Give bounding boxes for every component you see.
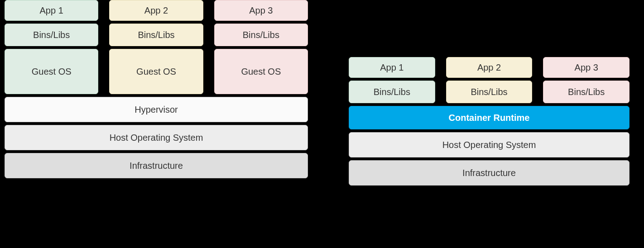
vm-bins-3: Bins/Libs bbox=[214, 24, 308, 46]
container-app-2: App 2 bbox=[446, 57, 533, 78]
container-bins-3: Bins/Libs bbox=[543, 81, 630, 103]
vm-host-os-layer: Host Operating System bbox=[5, 125, 308, 150]
vm-app-3: App 3 bbox=[214, 0, 308, 21]
vm-guest-os-3: Guest OS bbox=[214, 49, 308, 94]
vm-guest-os-2: Guest OS bbox=[109, 49, 203, 94]
container-app-3: App 3 bbox=[543, 57, 630, 78]
vm-app-1: App 1 bbox=[5, 0, 98, 21]
vm-bins-2: Bins/Libs bbox=[109, 24, 203, 46]
container-architecture-diagram: App 1 App 2 App 3 Bins/Libs Bins/Libs Bi… bbox=[349, 57, 630, 248]
vm-app-2: App 2 bbox=[109, 0, 203, 21]
container-bins-row: Bins/Libs Bins/Libs Bins/Libs bbox=[349, 81, 630, 103]
container-runtime-layer: Container Runtime bbox=[349, 106, 630, 129]
container-bins-1: Bins/Libs bbox=[349, 81, 435, 103]
container-bins-2: Bins/Libs bbox=[446, 81, 533, 103]
vm-bins-row: Bins/Libs Bins/Libs Bins/Libs bbox=[5, 24, 308, 46]
vm-bins-1: Bins/Libs bbox=[5, 24, 98, 46]
vm-guest-os-1: Guest OS bbox=[5, 49, 98, 94]
container-app-row: App 1 App 2 App 3 bbox=[349, 57, 630, 78]
vm-architecture-diagram: App 1 App 2 App 3 Bins/Libs Bins/Libs Bi… bbox=[5, 0, 308, 248]
container-app-1: App 1 bbox=[349, 57, 435, 78]
vm-guest-row: Guest OS Guest OS Guest OS bbox=[5, 49, 308, 94]
container-host-os-layer: Host Operating System bbox=[349, 132, 630, 157]
vm-app-row: App 1 App 2 App 3 bbox=[5, 0, 308, 21]
container-infrastructure-layer: Infrastructure bbox=[349, 160, 630, 186]
vm-infrastructure-layer: Infrastructure bbox=[5, 153, 308, 178]
vm-hypervisor-layer: Hypervisor bbox=[5, 97, 308, 122]
